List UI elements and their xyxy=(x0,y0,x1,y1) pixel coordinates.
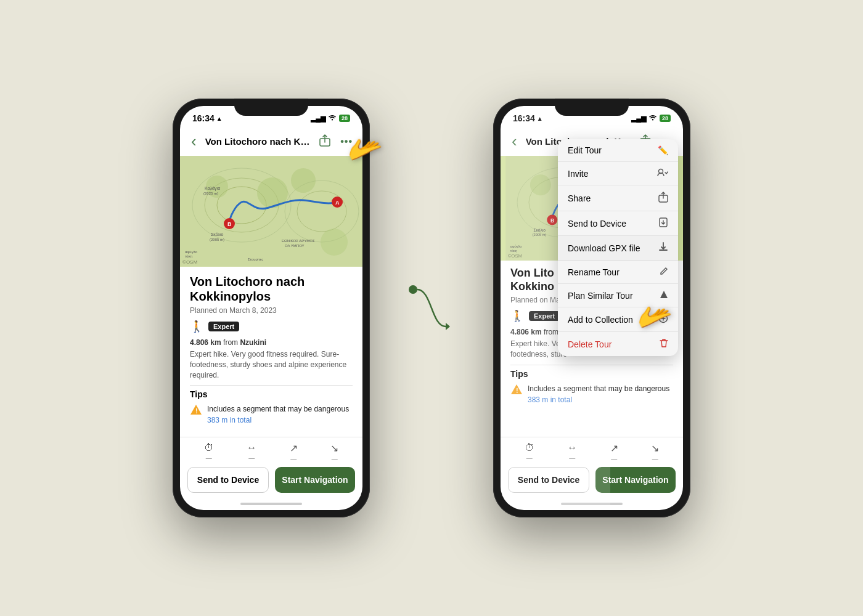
svg-text:(2905 m): (2905 m) xyxy=(533,233,547,237)
stat-icon-up-1: ↗ xyxy=(290,442,298,454)
svg-text:(2905 m): (2905 m) xyxy=(210,238,224,241)
dropdown-label-delete-tour: Delete Tour xyxy=(568,339,611,349)
stat-icon-dist-1: ↔ xyxy=(247,442,256,453)
svg-text:ΕΘΝΙΚΟΣ ΔΡΥΜΟΣ: ΕΘΝΙΚΟΣ ΔΡΥΜΟΣ xyxy=(282,239,315,243)
svg-text:Σκόλιο: Σκόλιο xyxy=(534,228,546,232)
wifi-2 xyxy=(648,115,657,123)
dropdown-invite[interactable]: Invite xyxy=(558,162,678,185)
send-btn-1[interactable]: Send to Device xyxy=(187,467,269,493)
svg-point-8 xyxy=(291,168,316,193)
home-indicator-1 xyxy=(180,498,362,510)
dropdown-label-download-gpx: Download GPX file xyxy=(568,243,640,253)
stat-icon-down-2: ↘ xyxy=(651,442,659,454)
dropdown-download-gpx[interactable]: Download GPX file xyxy=(558,236,678,261)
svg-text:ΟΛ ΥΜΠΟΥ: ΟΛ ΥΜΠΟΥ xyxy=(285,244,305,248)
phone-2-screen: 16:34 ▲ ▂▄▆ 28 ‹ Von Litochoro nach Ko..… xyxy=(501,106,683,510)
location-arrow-1: ▲ xyxy=(216,115,223,122)
tour-title-1: Von Litochoro nach Kokkinopylos xyxy=(190,274,353,304)
battery-1: 28 xyxy=(339,115,350,122)
more-btn-1[interactable]: ••• xyxy=(338,135,355,148)
map-1: Καλάγια (2625 m) Σκόλιο (2905 m) ΕΘΝΙΚΟΣ… xyxy=(180,156,362,267)
dropdown-label-add-collection: Add to Collection xyxy=(568,315,633,325)
stat-up-1: ↗ — xyxy=(290,442,298,462)
dropdown-rename-tour[interactable]: Rename Tour xyxy=(558,261,678,284)
dropdown-label-invite: Invite xyxy=(568,169,588,179)
nav-bar-1: ‹ Von Litochoro nach Ko... ••• xyxy=(180,128,362,156)
tour-type-row-1: 🚶 Expert xyxy=(190,320,353,333)
home-indicator-2 xyxy=(501,498,683,510)
tips-text-2: Includes a segment that may be dangerous xyxy=(528,384,669,393)
svg-point-27 xyxy=(409,285,417,294)
stat-dist-2: ↔ — xyxy=(567,442,577,462)
svg-text:©OSM: ©OSM xyxy=(508,253,522,259)
tips-row-2: ! Includes a segment that may be dangero… xyxy=(510,383,673,404)
svg-text:αφύγλο: αφύγλο xyxy=(510,245,522,248)
stat-time-2: ⏱ — xyxy=(525,442,534,462)
stats-row-2: ⏱ — ↔ — ↗ — ↘ — xyxy=(501,437,683,462)
back-btn-1[interactable]: ‹ xyxy=(187,131,200,152)
bottom-buttons-2: Send to Device Start Navigation xyxy=(501,462,683,498)
dropdown-edit-tour[interactable]: Edit Tour ✏️ xyxy=(558,139,678,162)
signal-1: ▂▄▆ xyxy=(311,115,325,123)
svg-marker-28 xyxy=(446,323,450,330)
status-icons-2: ▂▄▆ 28 xyxy=(631,115,671,123)
wifi-1 xyxy=(328,115,337,123)
stat-icon-time-2: ⏱ xyxy=(525,442,534,453)
walk-icon-2: 🚶 xyxy=(510,309,524,323)
stat-down-1: ↘ — xyxy=(330,442,338,462)
phone-2: 16:34 ▲ ▂▄▆ 28 ‹ Von Litochoro nach Ko..… xyxy=(493,99,690,517)
send-device-icon xyxy=(658,217,668,229)
svg-text:τάκη: τάκη xyxy=(510,249,517,253)
warning-icon-1: ! xyxy=(190,403,202,416)
send-btn-2[interactable]: Send to Device xyxy=(508,467,589,493)
dropdown-send-device[interactable]: Send to Device xyxy=(558,211,678,236)
stat-icon-up-2: ↗ xyxy=(610,442,618,454)
tour-info-1: Von Litochoro nach Kokkinopylos Planned … xyxy=(180,267,362,437)
svg-text:B: B xyxy=(550,217,554,224)
plan-similar-icon xyxy=(660,290,668,301)
bottom-buttons-1: Send to Device Start Navigation xyxy=(180,462,362,498)
notch-1 xyxy=(234,99,308,116)
svg-text:αφύγλο: αφύγλο xyxy=(185,250,198,254)
time-2: 16:34 ▲ xyxy=(513,113,543,123)
dropdown-share[interactable]: Share xyxy=(558,185,678,211)
share-icon xyxy=(658,192,668,205)
expert-badge-2: Expert xyxy=(529,311,560,321)
home-bar-1 xyxy=(240,503,302,505)
home-bar-2 xyxy=(561,503,623,505)
dropdown-label-share: Share xyxy=(568,193,591,203)
dropdown-label-rename-tour: Rename Tour xyxy=(568,267,620,277)
tips-link-2[interactable]: 383 m in total xyxy=(528,395,669,404)
signal-2: ▂▄▆ xyxy=(631,115,646,123)
svg-marker-50 xyxy=(660,291,668,298)
edit-icon: ✏️ xyxy=(658,145,668,155)
rename-icon xyxy=(660,267,668,277)
dropdown-add-collection[interactable]: Add to Collection xyxy=(558,307,678,332)
stat-dist-1: ↔ — xyxy=(247,442,256,462)
svg-text:Σταυρίτες: Σταυρίτες xyxy=(248,257,263,261)
tips-title-2: Tips xyxy=(510,369,673,379)
nav-title-1: Von Litochoro nach Ko... xyxy=(205,136,313,147)
scene: 16:34 ▲ ▂▄▆ 28 ‹ Von Litochoro nach Ko..… xyxy=(173,99,690,517)
start-btn-1[interactable]: Start Navigation xyxy=(275,467,355,493)
dropdown-plan-similar[interactable]: Plan Similar Tour xyxy=(558,284,678,307)
svg-point-10 xyxy=(321,229,348,256)
tips-text-1: Includes a segment that may be dangerous xyxy=(207,405,349,413)
back-btn-2[interactable]: ‹ xyxy=(508,131,521,152)
svg-text:B: B xyxy=(227,221,232,227)
svg-text:©OSM: ©OSM xyxy=(182,259,197,265)
svg-text:!: ! xyxy=(195,407,198,415)
svg-text:Σκόλιο: Σκόλιο xyxy=(211,232,224,237)
download-icon xyxy=(658,242,668,254)
tour-date-1: Planned on March 8, 2023 xyxy=(190,306,353,315)
tour-desc-1: Expert hike. Very good fitness required.… xyxy=(190,349,353,380)
tips-link-1[interactable]: 383 m in total xyxy=(207,416,349,424)
stat-icon-dist-2: ↔ xyxy=(567,442,577,453)
dropdown-delete-tour[interactable]: Delete Tour xyxy=(558,332,678,356)
tips-row-1: ! Includes a segment that may be dangero… xyxy=(190,403,353,424)
start-btn-2[interactable]: Start Navigation xyxy=(595,467,676,493)
svg-text:Καλάγια: Καλάγια xyxy=(205,186,220,191)
stat-down-2: ↘ — xyxy=(651,442,659,462)
share-btn-1[interactable] xyxy=(317,133,333,150)
svg-text:!: ! xyxy=(516,386,518,394)
